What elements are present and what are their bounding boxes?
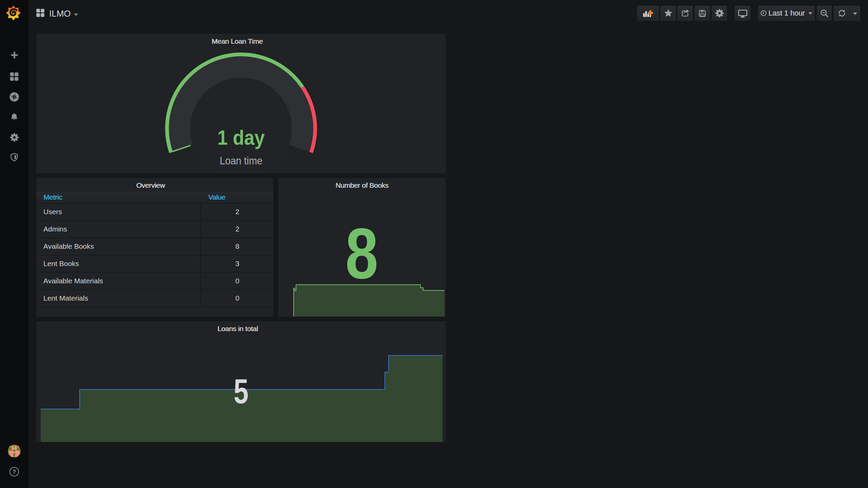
svg-text:Loan time: Loan time bbox=[220, 155, 262, 167]
svg-text:5: 5 bbox=[234, 372, 249, 411]
svg-text:?: ? bbox=[13, 469, 16, 475]
svg-text:1 day: 1 day bbox=[217, 126, 265, 149]
svg-text:8: 8 bbox=[346, 213, 378, 293]
